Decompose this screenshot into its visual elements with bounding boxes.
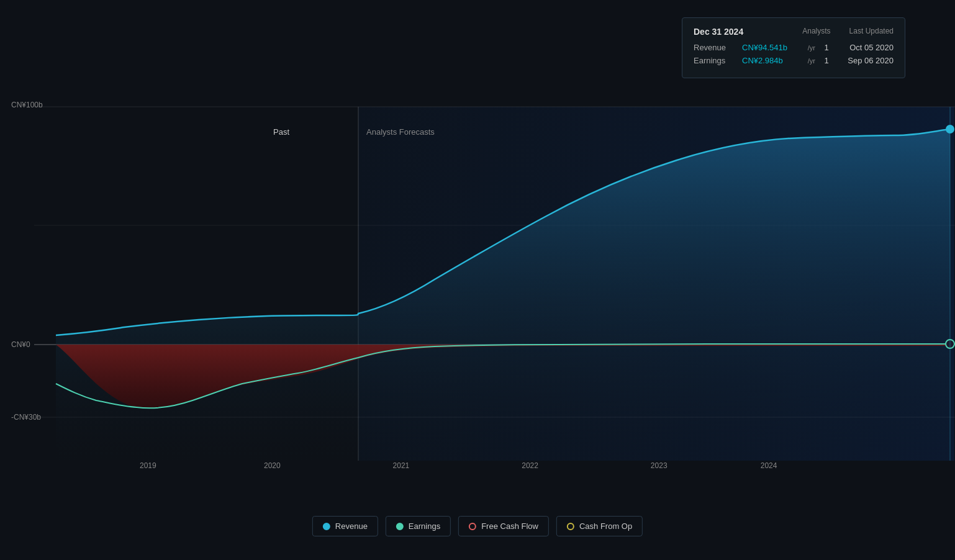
legend-label-fcf: Free Cash Flow bbox=[481, 522, 538, 531]
x-label-2019: 2019 bbox=[140, 461, 156, 470]
tooltip-earnings-analysts: 1 bbox=[820, 56, 833, 65]
x-label-2020: 2020 bbox=[264, 461, 281, 470]
legend-dot-cashfromop bbox=[567, 523, 574, 530]
chart-container: CN¥100b CN¥0 -CN¥30b 2019 2020 2021 2022… bbox=[0, 0, 955, 560]
legend-item-revenue[interactable]: Revenue bbox=[312, 516, 378, 536]
y-label-100b: CN¥100b bbox=[11, 101, 43, 109]
legend-label-earnings: Earnings bbox=[409, 522, 440, 531]
tooltip-row-revenue: Revenue CN¥94.541b /yr 1 Oct 05 2020 bbox=[694, 43, 894, 52]
x-label-2021: 2021 bbox=[393, 461, 410, 470]
tooltip-earnings-unit: /yr bbox=[808, 57, 815, 65]
tooltip-box: Dec 31 2024 Analysts Last Updated Revenu… bbox=[682, 17, 905, 78]
legend-item-fcf[interactable]: Free Cash Flow bbox=[458, 516, 549, 536]
legend-dot-revenue bbox=[323, 523, 330, 530]
tooltip-updated-header: Last Updated bbox=[849, 27, 894, 37]
tooltip-revenue-updated: Oct 05 2020 bbox=[838, 43, 894, 52]
legend-item-cashfromop[interactable]: Cash From Op bbox=[556, 516, 643, 536]
x-label-2022: 2022 bbox=[522, 461, 538, 470]
tooltip-earnings-label: Earnings bbox=[694, 56, 737, 65]
tooltip-earnings-value: CN¥2.984b bbox=[742, 56, 805, 65]
x-label-2023: 2023 bbox=[651, 461, 668, 470]
tooltip-revenue-value: CN¥94.541b bbox=[742, 43, 805, 52]
chart-svg bbox=[0, 0, 955, 560]
tooltip-date-label: Dec 31 2024 bbox=[694, 27, 743, 37]
tooltip-revenue-unit: /yr bbox=[808, 44, 815, 52]
legend-dot-earnings bbox=[396, 523, 404, 530]
legend-item-earnings[interactable]: Earnings bbox=[386, 516, 451, 536]
x-label-2024: 2024 bbox=[761, 461, 777, 470]
legend: Revenue Earnings Free Cash Flow Cash Fro… bbox=[312, 516, 643, 536]
y-label-neg30b: -CN¥30b bbox=[11, 413, 41, 422]
y-label-0: CN¥0 bbox=[11, 340, 30, 349]
tooltip-row-earnings: Earnings CN¥2.984b /yr 1 Sep 06 2020 bbox=[694, 56, 894, 65]
legend-label-cashfromop: Cash From Op bbox=[579, 522, 632, 531]
legend-dot-fcf bbox=[469, 523, 476, 530]
tooltip-analysts-header: Analysts bbox=[802, 27, 830, 37]
tooltip-revenue-analysts: 1 bbox=[820, 43, 833, 52]
tooltip-earnings-updated: Sep 06 2020 bbox=[838, 56, 894, 65]
legend-label-revenue: Revenue bbox=[335, 522, 368, 531]
tooltip-revenue-label: Revenue bbox=[694, 43, 737, 52]
tooltip-date: Dec 31 2024 Analysts Last Updated bbox=[694, 27, 894, 37]
past-label: Past bbox=[273, 127, 289, 137]
forecast-label: Analysts Forecasts bbox=[366, 127, 435, 137]
